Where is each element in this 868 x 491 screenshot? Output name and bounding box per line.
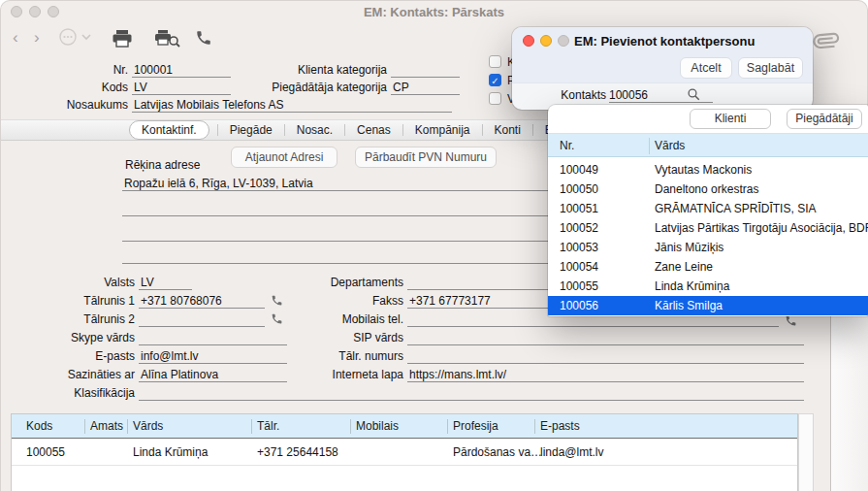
ps-col-vards[interactable]: Vārds <box>655 139 685 152</box>
dialog-title: EM: Pievienot kontaktpersonu <box>574 34 755 49</box>
column-separator <box>84 419 85 434</box>
ps-nr: 100055 <box>560 279 598 293</box>
piegadataja-kategorija-field[interactable]: CP <box>391 79 460 95</box>
list-item-selected[interactable]: 100056 Kārlis Smilga <box>548 296 868 315</box>
ps-nr: 100052 <box>560 221 598 235</box>
add-contact-person-dialog: EM: Pievienot kontaktpersonu Atcelt Sagl… <box>512 27 813 110</box>
mobilais-label: Mobilais tel. <box>292 312 403 326</box>
ps-nr: 100056 <box>560 299 598 312</box>
checkbox-k-box[interactable] <box>489 55 501 68</box>
save-button[interactable]: Saglabāt <box>738 57 803 79</box>
kods-label: Kods <box>30 81 128 94</box>
kontakts-label: Kontakts <box>556 88 606 102</box>
paste-special-panel: Klienti Piegādātāji Nr. Vārds 100049 Vyt… <box>548 105 868 316</box>
ps-nr: 100051 <box>560 202 598 215</box>
nr-label: Nr. <box>30 63 128 77</box>
klasifikacija-field[interactable] <box>139 384 804 401</box>
more-actions-icon[interactable] <box>59 28 92 46</box>
interneta-lapa-field[interactable]: https://mans.lmt.lv/ <box>407 366 804 382</box>
klienta-kategorija-label: Klienta kategorija <box>253 63 387 77</box>
minimize-icon[interactable] <box>540 35 552 47</box>
tab-separator <box>344 124 345 136</box>
talr-numurs-field[interactable] <box>407 347 804 364</box>
call-icon[interactable] <box>195 28 212 48</box>
departaments-label: Departaments <box>292 276 403 289</box>
ps-name: Jānis Mūziķis <box>655 241 723 254</box>
col-talr[interactable]: Tālr. <box>257 419 279 433</box>
main-titlebar[interactable]: EM: Kontakts: Pārskats <box>1 1 867 22</box>
print-icon[interactable] <box>112 29 133 49</box>
rekina-adrese-label: Rēķina adrese <box>125 158 200 172</box>
ps-name: Kārlis Smilga <box>655 299 723 312</box>
row-sip: SIP vārds <box>1 329 868 346</box>
klienta-kategorija-field[interactable] <box>391 61 460 78</box>
cell-kods[interactable]: 100055 <box>26 445 65 459</box>
atjaunot-adresi-button[interactable]: Atjaunot Adresi <box>231 147 338 168</box>
list-item[interactable]: 100049 Vytautas Mackonis <box>548 160 868 180</box>
cell-profesija[interactable]: Pārdošanas va… <box>453 445 542 459</box>
ps-name: GRĀMATNĪCA SPRĪDĪTIS, SIA <box>655 202 816 215</box>
list-item[interactable]: 100054 Zane Leine <box>548 257 868 277</box>
col-epasts[interactable]: E-pasts <box>540 419 580 433</box>
kods-field[interactable]: LV <box>132 79 231 95</box>
nr-field[interactable]: 100001 <box>132 61 231 78</box>
col-amats[interactable]: Amats <box>90 419 123 433</box>
column-separator <box>251 419 252 434</box>
back-button[interactable]: ‹ <box>13 28 18 48</box>
close-icon[interactable] <box>523 35 534 47</box>
col-mobilais[interactable]: Mobilais <box>356 419 399 433</box>
tab-kontaktinf[interactable]: Kontaktinf. <box>129 120 209 140</box>
ps-nr: 100053 <box>560 241 598 254</box>
ps-name: Vytautas Mackonis <box>655 163 752 177</box>
forward-button[interactable]: › <box>34 28 40 48</box>
col-kods[interactable]: Kods <box>26 419 52 433</box>
ps-col-nr[interactable]: Nr. <box>560 139 574 152</box>
col-profesija[interactable]: Profesija <box>453 419 498 433</box>
checkbox-p-box[interactable]: ✓ <box>489 74 501 86</box>
nosaukums-field[interactable]: Latvijas Mobilais Telefons AS <box>132 96 452 113</box>
piegadataja-kategorija-label: Piegādātāja kategorija <box>253 81 387 94</box>
ps-nr: 100050 <box>560 182 598 196</box>
klienti-button[interactable]: Klienti <box>690 109 771 129</box>
cell-talr[interactable]: +371 25644158 <box>257 445 338 459</box>
row-interneta-lapa: Interneta lapa https://mans.lmt.lv/ <box>1 366 868 383</box>
cell-epasts[interactable]: linda@lmt.lv <box>540 445 604 459</box>
sip-field[interactable] <box>407 329 804 345</box>
tab-konti[interactable]: Konti <box>491 123 525 137</box>
ps-name: Latvijas Pārtikas Tirgotāju Asociācija, … <box>655 221 868 235</box>
list-item[interactable]: 100050 Daneltono orkestras <box>548 180 868 199</box>
print-preview-icon[interactable] <box>154 29 181 49</box>
contact-persons-table-header[interactable]: Kods Amats Vārds Tālr. Mobilais Profesij… <box>12 414 797 439</box>
list-item[interactable]: 100053 Jānis Mūziķis <box>548 238 868 257</box>
column-separator <box>350 419 351 434</box>
table-scrollbar[interactable] <box>798 413 814 491</box>
paste-special-header[interactable]: Nr. Vārds <box>548 133 868 157</box>
interneta-lapa-label: Interneta lapa <box>292 368 403 381</box>
piegadataji-button[interactable]: Piegādātāji <box>787 109 862 129</box>
list-item[interactable]: 100051 GRĀMATNĪCA SPRĪDĪTIS, SIA <box>548 199 868 218</box>
tab-cenas[interactable]: Cenas <box>353 123 395 137</box>
ps-nr: 100049 <box>560 163 598 177</box>
tab-separator <box>217 124 218 136</box>
list-item[interactable]: 100055 Linda Krūmiņa <box>548 277 868 296</box>
parbaudit-pvn-button[interactable]: Pārbaudīt PVN Numuru <box>355 147 497 168</box>
tab-separator <box>284 124 285 136</box>
tab-piegade[interactable]: Piegāde <box>226 123 276 137</box>
paperclip-icon[interactable] <box>814 26 839 58</box>
screen: EM: Kontakts: Pārskats ‹ › <box>0 0 868 491</box>
cancel-button[interactable]: Atcelt <box>680 57 732 79</box>
col-vards[interactable]: Vārds <box>133 419 163 433</box>
tab-kompanija[interactable]: Kompānija <box>411 123 474 137</box>
cell-vards[interactable]: Linda Krūmiņa <box>133 445 208 459</box>
column-separator <box>127 419 128 434</box>
contact-persons-table: Kods Amats Vārds Tālr. Mobilais Profesij… <box>11 413 798 491</box>
list-item[interactable]: 100052 Latvijas Pārtikas Tirgotāju Asoci… <box>548 218 868 238</box>
paste-special-magnifier-icon[interactable] <box>687 87 701 102</box>
zoom-icon[interactable] <box>558 35 569 47</box>
checkbox-v-box[interactable] <box>489 92 501 105</box>
tab-nosac[interactable]: Nosac. <box>293 123 337 137</box>
row-divider <box>12 465 797 466</box>
window-title: EM: Kontakts: Pārskats <box>1 5 867 19</box>
tab-separator <box>402 124 403 136</box>
sip-label: SIP vārds <box>292 331 403 344</box>
